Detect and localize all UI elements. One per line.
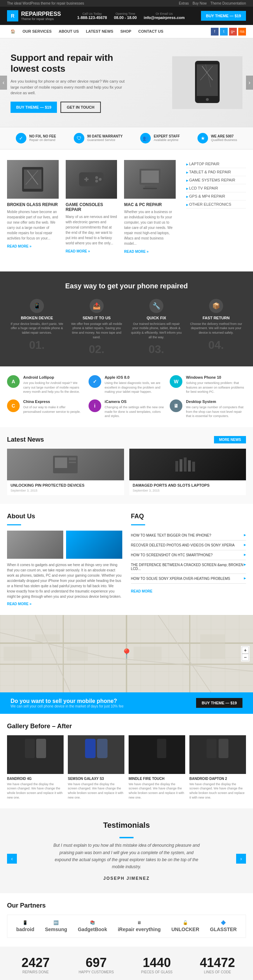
service-readmore-2[interactable]: READ MORE »: [124, 250, 148, 253]
step-3: 📦 FAST RETURN Choose the delivery method…: [186, 299, 246, 356]
stat-2: 1440 Pieces of Glass: [128, 955, 186, 974]
about-text: When it comes to gadgets and gizmos we h…: [7, 562, 122, 599]
svg-rect-47: [146, 739, 156, 758]
service-list-item-1[interactable]: TABLET & PAD REPAIR: [186, 168, 246, 176]
nav-social: f t g+ rss: [211, 28, 246, 35]
hero-image: [172, 56, 242, 109]
topbar-link-extras[interactable]: Extras: [179, 2, 189, 5]
phone-label: Call Us Today: [77, 12, 107, 16]
logo-tagline: Theme for repair shops: [21, 17, 61, 21]
testimonial-author: JOSEPH JIMENEZ: [53, 876, 200, 881]
news-grid: UNLOCKING PIN PROTECTED DEVICES Septembe…: [7, 449, 246, 495]
brand-name: REPAIRPRESS: [21, 11, 61, 17]
hero-description: Are you looking for phone or any other d…: [11, 78, 130, 96]
partner-logo-4: UNLOCKER: [172, 927, 199, 932]
rss-button[interactable]: rss: [238, 28, 246, 35]
facebook-button[interactable]: f: [211, 28, 218, 35]
testimonial-prev-button[interactable]: ‹: [7, 854, 17, 864]
service-list-item-2[interactable]: GAME SYSTEMS REPAIR: [186, 176, 246, 184]
faq-item-0: HOW TO MAKE TEXT BIGGER ON THE IPHONE?: [131, 531, 246, 541]
svg-rect-38: [3, 647, 32, 661]
nav-shop[interactable]: SHOP: [117, 25, 135, 38]
header-contact: Call Us Today 1-888-123-45678 Opening Ti…: [77, 12, 185, 20]
svg-rect-45: [85, 739, 95, 758]
service-readmore-0[interactable]: READ MORE »: [7, 244, 31, 248]
services-section: BROKEN GLASS REPAIR Mobile phones have b…: [0, 150, 253, 272]
svg-point-2: [206, 98, 209, 101]
partner-icon-2: 📚: [90, 920, 95, 925]
gallery-img-1: [68, 735, 124, 774]
about-images: [7, 531, 122, 559]
hero-prev-button[interactable]: ‹: [0, 76, 7, 90]
faq-item-2: HOW TO SCREENSHOT ON HTC SMARTPHONE?: [131, 550, 246, 560]
step-icon-2: 🔧: [150, 299, 163, 313]
map-zoom-in[interactable]: +: [242, 647, 249, 654]
googleplus-button[interactable]: g+: [229, 28, 237, 35]
faq-link-0[interactable]: HOW TO MAKE TEXT BIGGER ON THE IPHONE?: [131, 533, 246, 537]
news-date-1: September 3, 2015: [133, 489, 243, 492]
hero-title: Support and repair with lowest costs: [11, 52, 130, 74]
step-desc-2: Our trained technicians will repair your…: [130, 322, 183, 339]
cta-button[interactable]: BUY THEME — $19: [196, 698, 242, 708]
faq-item-4: HOW TO SOLVE SONY XPERIA OVER-HEATING PR…: [131, 574, 246, 584]
service-readmore-1[interactable]: READ MORE »: [66, 249, 90, 253]
step-number-2: 03.: [130, 343, 183, 356]
step-number-1: 02.: [70, 343, 123, 356]
feature-icon-1: 🛡: [74, 133, 84, 143]
service-img-2: [124, 160, 176, 199]
testimonial-accent-bar: [119, 837, 134, 838]
topbar-link-docs[interactable]: Theme Documentation: [210, 2, 246, 5]
faq-link-2[interactable]: HOW TO SCREENSHOT ON HTC SMARTPHONE?: [131, 553, 246, 557]
step-title-0: BROKEN DEVICE: [11, 316, 63, 320]
partner-4: 🔓 UNLOCKER: [172, 920, 199, 932]
map-section: 📍 + −: [0, 615, 253, 692]
svg-rect-40: [67, 647, 88, 661]
partner-3: 🖥 iRepair everything: [118, 920, 161, 932]
header-buy-button[interactable]: BUY THEME — $19: [201, 11, 246, 21]
news-title-0: UNLOCKING PIN PROTECTED DEVICES: [11, 483, 121, 487]
more-news-button[interactable]: MORE NEWS: [214, 436, 246, 444]
cta-title: Do you want to sell your mobile phone?: [11, 698, 124, 704]
hero-next-button[interactable]: ›: [246, 76, 253, 90]
faq-link-1[interactable]: RECOVER DELETED PHOTOS AND VIDEOS ON SON…: [131, 543, 246, 547]
nav-home[interactable]: 🏠: [7, 25, 19, 38]
faq-link-3[interactable]: THE DIFFERENCE BETWEEN A CRACKED SCREEN …: [131, 563, 246, 571]
map-zoom-out[interactable]: −: [242, 654, 249, 661]
service-list-item-3[interactable]: LCD TV REPAIR: [186, 184, 246, 192]
faq-readmore[interactable]: READ MORE: [131, 589, 153, 593]
svg-rect-18: [145, 186, 155, 188]
topbar-link-buy[interactable]: Buy Now: [193, 2, 207, 5]
svg-rect-1: [197, 64, 218, 96]
service-card-2: MAC & PC REPAIR Whether you are a busine…: [124, 160, 176, 254]
feature-title-3: WE ARE 5007: [211, 134, 237, 138]
partners-section: Our Partners 📱 badroid 🔤 Semsung 📚 Gadge…: [0, 893, 253, 947]
gallery-img-2: [129, 735, 185, 774]
stat-value-2: 1440: [128, 955, 186, 970]
testimonial-next-button[interactable]: ›: [236, 854, 246, 864]
testimonials-title: Testimonials: [7, 821, 246, 830]
services-right: LAPTOP REPAIR TABLET & PAD REPAIR GAME S…: [183, 160, 246, 261]
service-list-item-4[interactable]: GPS & MP4 REPAIR: [186, 192, 246, 200]
nav-news[interactable]: LATEST NEWS: [82, 25, 117, 38]
svg-rect-48: [157, 739, 166, 758]
hero-touch-button[interactable]: GET IN TOUCH: [60, 102, 101, 113]
partner-logo-3: iRepair everything: [118, 927, 161, 932]
svg-rect-50: [218, 739, 228, 758]
service-list-item-0[interactable]: LAPTOP REPAIR: [186, 160, 246, 168]
service-list: LAPTOP REPAIR TABLET & PAD REPAIR GAME S…: [183, 160, 246, 208]
service-list-item-5[interactable]: OTHER ELECTRONICS: [186, 200, 246, 208]
nav-contact[interactable]: CONTACT US: [135, 25, 167, 38]
svg-rect-41: [134, 647, 162, 661]
phone-info: Call Us Today 1-888-123-45678: [77, 12, 107, 20]
twitter-button[interactable]: t: [220, 28, 228, 35]
hero-buy-button[interactable]: BUY THEME — $19: [11, 102, 57, 113]
about-readmore[interactable]: READ MORE »: [7, 602, 31, 606]
os-icon-china: C: [7, 399, 20, 412]
faq-link-4[interactable]: HOW TO SOLVE SONY XPERIA OVER-HEATING PR…: [131, 577, 246, 581]
nav-services[interactable]: OUR SERVICES: [19, 25, 55, 38]
header: R REPAIRPRESS Theme for repair shops Cal…: [0, 7, 253, 25]
news-section: Latest News MORE NEWS UNLOCKING PIN PROT…: [0, 427, 253, 504]
gallery-img-0: [7, 735, 64, 774]
nav-about[interactable]: ABOUT US: [55, 25, 82, 38]
os-title-3: China Express: [23, 399, 83, 404]
